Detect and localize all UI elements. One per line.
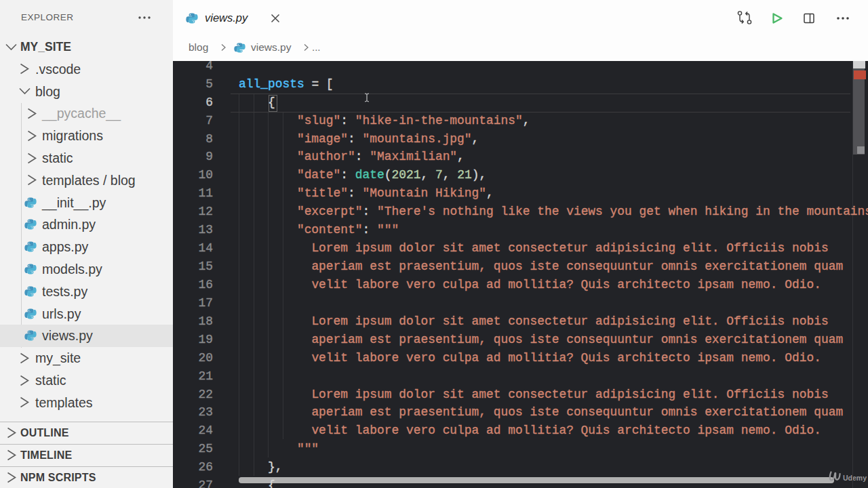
svg-text:Udemy: Udemy <box>843 474 867 482</box>
